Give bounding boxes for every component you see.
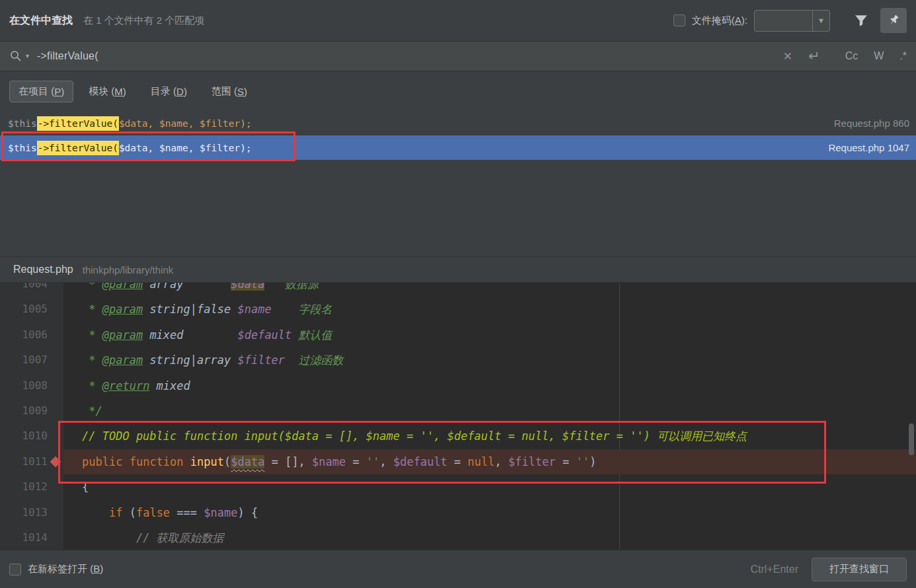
- code-token: ) {: [237, 506, 258, 519]
- code-preview-editor[interactable]: 1004100510061007100810091010101110121013…: [0, 283, 916, 550]
- preview-file-name: Request.php: [13, 264, 73, 276]
- code-line-1013[interactable]: if (false === $name) {: [63, 500, 916, 525]
- gutter-line-1006: 1006: [0, 322, 63, 348]
- tab-mnemonic: M: [114, 86, 123, 97]
- code-token: @param: [102, 283, 143, 291]
- code-token: @return: [102, 379, 150, 392]
- find-in-files-dialog: 在文件中查找 在 1 个文件中有 2 个匹配项 文件掩码(A): ▼ ▼ ->f…: [0, 0, 916, 588]
- gutter-line-1010: 1010: [0, 423, 63, 449]
- tab-directory[interactable]: 目录 (D): [141, 81, 196, 102]
- tab-scope[interactable]: 范围 (S): [202, 81, 256, 102]
- whole-words-toggle[interactable]: W: [874, 50, 884, 62]
- search-query-text[interactable]: ->filterValue(: [37, 50, 98, 62]
- match-case-toggle[interactable]: Cc: [845, 50, 859, 62]
- result-line-number: 860: [893, 118, 909, 129]
- code-token: @param: [102, 353, 143, 367]
- gutter-line-1012: 1012: [0, 474, 63, 499]
- line-number: 1005: [22, 297, 48, 322]
- tab-in-project[interactable]: 在项目 (P): [9, 81, 73, 102]
- pin-icon: [884, 11, 903, 30]
- code-line-1012[interactable]: {: [63, 474, 916, 499]
- code-token: =: [556, 455, 576, 468]
- code-token: (: [224, 455, 231, 468]
- clear-search-icon[interactable]: ✕: [783, 50, 792, 63]
- code-token: 数据源: [264, 283, 319, 291]
- search-history-chevron-icon[interactable]: ▼: [24, 53, 30, 59]
- line-number: 1008: [22, 373, 48, 398]
- file-mask-checkbox[interactable]: [673, 15, 685, 26]
- combo-dropdown-arrow[interactable]: ▼: [812, 11, 829, 31]
- code-token: $data: [231, 455, 264, 468]
- result-suffix: $data, $name, $filter);: [119, 143, 252, 153]
- tab-label: ): [61, 86, 64, 97]
- code-token: string|false: [143, 303, 237, 316]
- code-token: $data: [231, 283, 264, 291]
- gutter-line-1005: 1005: [0, 297, 63, 322]
- tab-module[interactable]: 模块 (M): [79, 81, 135, 102]
- code-lines: * @param array $data 数据源 * @param string…: [63, 283, 916, 550]
- search-field[interactable]: ▼ ->filterValue( ✕ ↵ Cc W .*: [0, 41, 916, 71]
- code-line-1011[interactable]: public function input($data = [], $name …: [63, 449, 916, 474]
- pin-window-button[interactable]: [880, 8, 907, 33]
- line-number: 1013: [22, 500, 48, 525]
- code-token: *: [82, 328, 102, 342]
- regex-toggle[interactable]: .*: [899, 50, 907, 62]
- code-token: [82, 506, 109, 519]
- code-token: $default: [237, 328, 291, 342]
- code-token: */: [82, 404, 102, 418]
- code-token: $filter: [237, 353, 285, 367]
- file-mask-label-post: ):: [742, 15, 747, 26]
- open-find-window-button[interactable]: 打开查找窗口: [812, 558, 907, 581]
- code-token: $default: [393, 455, 447, 468]
- code-token: [122, 455, 129, 468]
- result-match-highlight: ->filterValue(: [37, 116, 119, 131]
- result-file: Request.php: [828, 142, 884, 153]
- code-line-1009[interactable]: */: [63, 398, 916, 423]
- gutter-line-1013: 1013: [0, 500, 63, 525]
- gutter-marker-icon[interactable]: [50, 456, 61, 467]
- code-token: @param: [102, 328, 143, 342]
- result-row-1047-selected[interactable]: $this->filterValue($data, $name, $filter…: [0, 135, 916, 160]
- code-token: [82, 531, 136, 544]
- tab-label: 在项目 (: [19, 85, 54, 98]
- code-area[interactable]: * @param array $data 数据源 * @param string…: [63, 283, 916, 550]
- code-line-1010[interactable]: // TODO public function input($data = []…: [63, 423, 916, 449]
- tab-label: ): [123, 86, 126, 97]
- code-token: =: [346, 455, 366, 468]
- line-number: 1004: [22, 283, 48, 297]
- gutter-line-1014: 1014: [0, 525, 63, 550]
- insert-newline-icon[interactable]: ↵: [808, 48, 820, 64]
- code-line-1014[interactable]: // 获取原始数据: [63, 525, 916, 550]
- result-match-highlight: ->filterValue(: [37, 141, 119, 155]
- tab-label: 目录 (: [151, 85, 176, 98]
- code-token: ): [590, 455, 596, 468]
- preview-file-path: thinkphp/library/think: [83, 264, 174, 276]
- code-token: public: [82, 455, 122, 468]
- file-mask-label: 文件掩码(A):: [692, 15, 747, 27]
- code-line-1005[interactable]: * @param string|false $name 字段名: [63, 297, 916, 322]
- code-line-1006[interactable]: * @param mixed $default 默认值: [63, 322, 916, 348]
- result-row-860[interactable]: $this->filterValue($data, $name, $filter…: [0, 111, 916, 135]
- code-token: $filter: [508, 455, 556, 468]
- code-token: mixed: [149, 379, 190, 392]
- filter-icon[interactable]: [854, 13, 868, 28]
- gutter-numbers: 1004100510061007100810091010101110121013…: [0, 283, 63, 550]
- code-line-1008[interactable]: * @return mixed: [63, 373, 916, 398]
- match-count-status: 在 1 个文件中有 2 个匹配项: [83, 15, 204, 27]
- editor-vertical-scrollbar[interactable]: [909, 423, 914, 455]
- code-line-1007[interactable]: * @param string|array $filter 过滤函数: [63, 348, 916, 373]
- file-mask-combobox[interactable]: ▼: [754, 10, 830, 32]
- open-in-new-tab-checkbox[interactable]: [9, 564, 21, 575]
- code-token: 过滤函数: [285, 353, 343, 367]
- search-icon[interactable]: [9, 50, 22, 63]
- gutter-line-1009: 1009: [0, 398, 63, 423]
- open-label-mnemonic: B: [93, 563, 100, 574]
- search-results-list: $this->filterValue($data, $name, $filter…: [0, 111, 916, 160]
- code-token: false: [136, 506, 170, 519]
- code-token: 默认值: [291, 328, 332, 342]
- code-token: *: [82, 303, 102, 316]
- result-prefix: $this: [8, 143, 37, 153]
- code-token: *: [82, 283, 102, 291]
- line-number: 1006: [22, 322, 48, 348]
- code-line-1004[interactable]: * @param array $data 数据源: [63, 283, 916, 297]
